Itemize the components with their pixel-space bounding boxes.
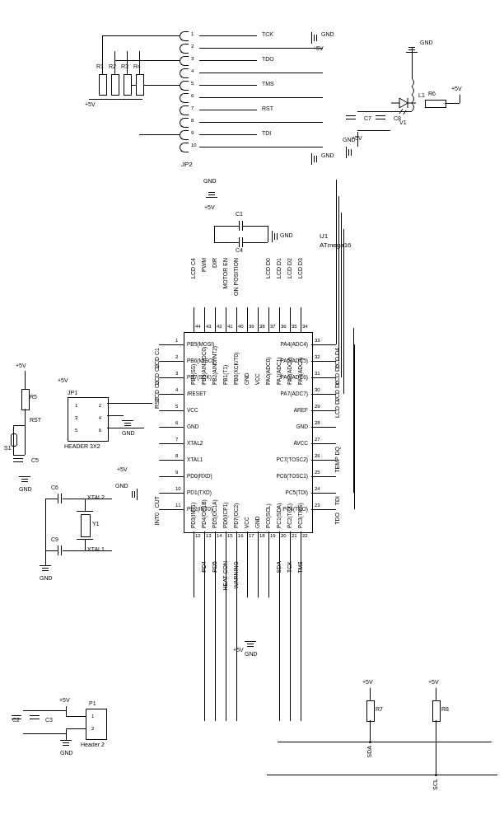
pin-wire [204, 307, 205, 332]
pin-wire [311, 410, 336, 411]
net-label: TDO [334, 513, 340, 525]
pin-name: PD0(RXD) [187, 473, 212, 479]
pin-wire [247, 307, 248, 332]
c1c4-gnd [272, 231, 280, 242]
pin-num: 17 [249, 533, 254, 538]
wire [66, 706, 67, 716]
jp2-pin-num: 7 [191, 105, 194, 110]
wire [336, 180, 337, 344]
jp2-5v-lbl: +5V [313, 45, 324, 51]
c2-label: C2 [12, 717, 20, 723]
pin-num: 4 [175, 387, 178, 392]
switch-s1 [11, 433, 17, 447]
pin-wire [194, 307, 194, 332]
resistor-r8 [432, 700, 441, 722]
pin-name: XTAL2 [187, 440, 203, 446]
jp2-net-label: TCK [262, 31, 273, 37]
wire [236, 556, 237, 721]
resistor-r1 [99, 74, 107, 96]
pin-num: 8 [175, 453, 178, 458]
c9-label: C9 [51, 536, 58, 542]
pin-name: VCC [187, 407, 198, 413]
top-gnd-39-lbl: GND [203, 178, 217, 184]
resistor-r4 [136, 74, 144, 96]
pin17-5v: +5V [233, 647, 244, 653]
pin-num: 13 [206, 533, 212, 538]
pin-wire [258, 307, 259, 332]
wire [214, 226, 215, 242]
p1-pin1: 1 [91, 714, 94, 719]
wire [25, 425, 26, 455]
pin-num: 40 [238, 324, 244, 329]
pin-wire [311, 377, 336, 378]
pin-wire [159, 493, 184, 494]
pin-wire [159, 410, 184, 411]
r7-label: R7 [376, 706, 383, 712]
wire [370, 688, 371, 700]
junction [369, 741, 371, 743]
pin18-gnd [245, 641, 256, 649]
jp1-pin2: 2 [99, 403, 101, 408]
jp2-contact [180, 105, 189, 115]
s1-label: S1 [4, 445, 12, 451]
pin-name: PC1(SDA) [276, 479, 282, 528]
net-label: TDI [334, 496, 340, 505]
led-5v: +5V [451, 86, 462, 91]
pin-wire [268, 307, 269, 332]
wire [63, 499, 112, 499]
wire [445, 103, 460, 104]
wire [243, 226, 268, 227]
wire [127, 51, 128, 74]
jp1-pin5: 5 [75, 428, 77, 433]
jp2-contact [180, 130, 189, 140]
pin-num: 25 [315, 470, 320, 475]
jp2-contact [180, 44, 189, 54]
wire [199, 85, 257, 86]
pin-wire [159, 509, 184, 510]
pin-name: GND [254, 479, 260, 528]
wire [25, 371, 26, 389]
wire [102, 35, 180, 36]
wire [102, 51, 103, 74]
pin-wire [311, 493, 336, 494]
pin-num: 43 [206, 324, 212, 329]
pin-num: 39 [249, 324, 254, 329]
jp2-pin-num: 3 [191, 56, 194, 61]
r8-label: R8 [441, 706, 449, 712]
pin-name: GND [187, 424, 198, 429]
crystal-y1 [81, 514, 91, 537]
wire [279, 556, 280, 721]
wire [243, 242, 268, 243]
pin-num: 31 [315, 371, 320, 376]
jp2-net-label: RST [262, 105, 273, 111]
pin6-gnd-lbl: GND [115, 483, 128, 489]
pin-wire [268, 531, 269, 556]
jp2-pin-num: 5 [191, 81, 194, 86]
jp2-pin-num: 2 [191, 44, 194, 49]
jp2-gnd2-lbl: GND [321, 152, 334, 158]
wire [139, 51, 140, 74]
wire [199, 35, 257, 36]
jp1-ref: JP1 [68, 390, 77, 396]
wire [436, 720, 436, 775]
pin-num: 9 [175, 470, 178, 475]
net-label: LCD C4 [190, 258, 196, 279]
pin-wire [204, 531, 205, 556]
pin-wire [258, 531, 259, 556]
pin-name: PC7(TOSC2) [267, 456, 308, 462]
c4-label: C4 [236, 247, 243, 253]
wire [199, 48, 323, 49]
pin-num: 5 [175, 404, 178, 409]
l1-gnd [406, 44, 418, 53]
resistor-r6 [425, 100, 446, 108]
wire [45, 550, 46, 565]
top-vcc-5v: +5V [204, 204, 215, 210]
pin-num: 16 [238, 533, 244, 538]
pin-wire [236, 531, 237, 556]
pin-name: PB2(AIN0/INT2) [212, 335, 217, 385]
p1-5v: +5V [59, 697, 70, 703]
pin-wire [226, 531, 226, 556]
pin-name: VCC [254, 335, 260, 385]
pin6-gnd [129, 489, 138, 500]
wire [341, 213, 342, 377]
